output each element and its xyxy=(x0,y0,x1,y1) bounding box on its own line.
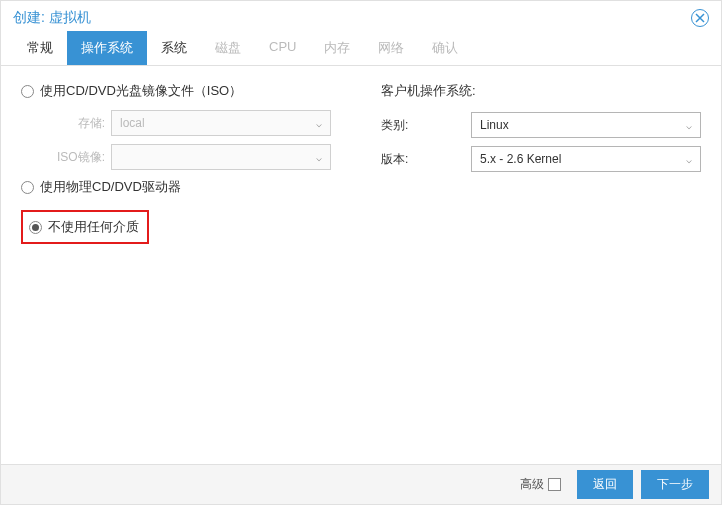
radio-icon xyxy=(21,85,34,98)
chevron-down-icon: ⌵ xyxy=(686,120,692,131)
os-type-label: 类别: xyxy=(381,117,471,134)
next-button[interactable]: 下一步 xyxy=(641,470,709,499)
tab-system[interactable]: 系统 xyxy=(147,31,201,65)
radio-label: 不使用任何介质 xyxy=(48,218,139,236)
chevron-down-icon: ⌵ xyxy=(686,154,692,165)
os-type-value: Linux xyxy=(480,118,509,132)
iso-label: ISO镜像: xyxy=(41,149,111,166)
footer: 高级 返回 下一步 xyxy=(1,464,721,504)
tab-os[interactable]: 操作系统 xyxy=(67,31,147,65)
os-version-select[interactable]: 5.x - 2.6 Kernel ⌵ xyxy=(471,146,701,172)
advanced-label: 高级 xyxy=(520,476,544,493)
tab-network: 网络 xyxy=(364,31,418,65)
radio-use-physical[interactable]: 使用物理CD/DVD驱动器 xyxy=(21,178,341,196)
radio-label: 使用CD/DVD光盘镜像文件（ISO） xyxy=(40,82,242,100)
chevron-down-icon: ⌵ xyxy=(316,152,322,163)
radio-icon xyxy=(29,221,42,234)
tab-disk: 磁盘 xyxy=(201,31,255,65)
back-button[interactable]: 返回 xyxy=(577,470,633,499)
radio-label: 使用物理CD/DVD驱动器 xyxy=(40,178,181,196)
checkbox-icon xyxy=(548,478,561,491)
os-version-value: 5.x - 2.6 Kernel xyxy=(480,152,561,166)
storage-select: local ⌵ xyxy=(111,110,331,136)
close-icon[interactable] xyxy=(691,9,709,27)
storage-value: local xyxy=(120,116,145,130)
tab-confirm: 确认 xyxy=(418,31,472,65)
radio-use-iso[interactable]: 使用CD/DVD光盘镜像文件（ISO） xyxy=(21,82,341,100)
os-type-select[interactable]: Linux ⌵ xyxy=(471,112,701,138)
iso-select: ⌵ xyxy=(111,144,331,170)
tab-general[interactable]: 常规 xyxy=(13,31,67,65)
advanced-toggle[interactable]: 高级 xyxy=(520,476,561,493)
tab-memory: 内存 xyxy=(310,31,364,65)
tab-cpu: CPU xyxy=(255,31,310,65)
guest-os-title: 客户机操作系统: xyxy=(381,82,701,100)
dialog-title: 创建: 虚拟机 xyxy=(13,9,91,27)
tab-bar: 常规 操作系统 系统 磁盘 CPU 内存 网络 确认 xyxy=(1,31,721,66)
radio-icon xyxy=(21,181,34,194)
storage-label: 存储: xyxy=(41,115,111,132)
os-version-label: 版本: xyxy=(381,151,471,168)
chevron-down-icon: ⌵ xyxy=(316,118,322,129)
highlight-annotation: 不使用任何介质 xyxy=(21,210,149,244)
radio-no-media[interactable]: 不使用任何介质 xyxy=(23,218,139,236)
